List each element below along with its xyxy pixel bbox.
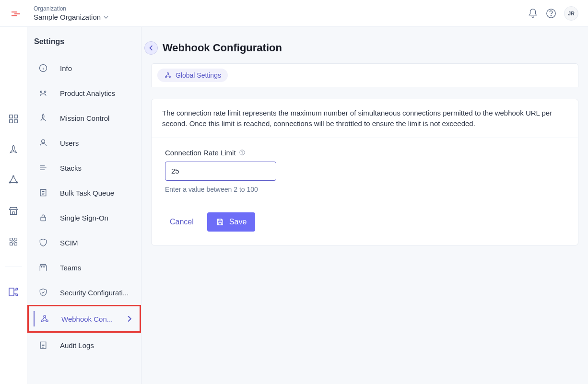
webhook-small-icon (164, 71, 172, 79)
org-block: Organization Sample Organization (34, 5, 108, 21)
sidebar-item-label: Users (60, 139, 134, 147)
help-small-icon[interactable] (239, 149, 246, 156)
chevron-left-icon (148, 45, 154, 51)
sidebar-item-label: Security Configurati... (60, 289, 134, 297)
save-button[interactable]: Save (207, 212, 255, 232)
analytics-icon (38, 88, 48, 98)
sidebar-item-audit-logs[interactable]: Audit Logs (27, 333, 141, 358)
top-header: Organization Sample Organization JR (0, 0, 588, 27)
save-label: Save (229, 218, 247, 226)
sidebar-item-label: Teams (60, 264, 134, 272)
org-name: Sample Organization (34, 13, 101, 21)
sidebar-item-sso[interactable]: Single Sign-On (27, 205, 141, 230)
sidebar-item-security-config[interactable]: Security Configurati... (27, 280, 141, 305)
sidebar-item-users[interactable]: Users (27, 130, 141, 155)
svg-point-23 (165, 76, 167, 78)
svg-point-10 (16, 288, 18, 290)
svg-rect-3 (14, 115, 17, 118)
sidebar-item-label: Mission Control (60, 114, 134, 122)
avatar[interactable]: JR (564, 6, 578, 21)
svg-point-1 (551, 15, 551, 15)
help-text: Enter a value between 2 to 100 (165, 186, 564, 193)
svg-rect-17 (41, 217, 46, 221)
bell-icon[interactable] (528, 8, 538, 19)
sidebar-item-label: Audit Logs (60, 341, 134, 349)
rail-launch-icon[interactable] (8, 144, 19, 155)
icon-rail (0, 27, 27, 384)
sidebar-item-webhook-config[interactable]: Webhook Con... (29, 306, 140, 331)
chevron-right-icon (126, 315, 133, 322)
brand-logo (5, 8, 27, 19)
highlight-box: Webhook Con... (27, 305, 141, 333)
org-selector[interactable]: Sample Organization (34, 13, 108, 21)
sidebar-item-label: Bulk Task Queue (60, 189, 134, 197)
svg-rect-5 (14, 120, 17, 123)
save-icon (216, 218, 224, 226)
chevron-down-icon (104, 15, 108, 20)
rail-market-icon[interactable] (8, 205, 19, 217)
rail-dashboard-icon[interactable] (8, 113, 19, 125)
org-label: Organization (34, 5, 108, 12)
help-icon[interactable] (546, 8, 556, 19)
logo-icon (10, 8, 22, 19)
sidebar-item-bulk-task-queue[interactable]: Bulk Task Queue (27, 180, 141, 205)
rate-limit-input[interactable] (165, 162, 276, 181)
settings-sidebar: Settings Info Product Analytics Mission … (27, 27, 141, 384)
sidebar-item-label: Product Analytics (60, 89, 134, 97)
svg-point-14 (45, 91, 46, 93)
header-actions: JR (528, 6, 578, 21)
description-text: The connection rate limit represents the… (152, 99, 578, 138)
button-row: Cancel Save (165, 212, 564, 232)
sidebar-item-label: SCIM (60, 239, 134, 247)
svg-point-26 (242, 154, 242, 154)
nav-list: Info Product Analytics Mission Control U… (27, 56, 141, 358)
sidebar-item-label: Info (60, 64, 134, 72)
main-content: Webhook Configuration Global Settings Th… (141, 27, 588, 384)
layout: Settings Info Product Analytics Mission … (0, 27, 588, 384)
svg-point-15 (42, 140, 45, 143)
svg-rect-4 (10, 120, 12, 123)
shield-icon (38, 238, 48, 247)
sidebar-item-mission-control[interactable]: Mission Control (27, 105, 141, 130)
shield2-icon (38, 288, 48, 297)
sidebar-item-stacks[interactable]: Stacks (27, 155, 141, 180)
sidebar-item-label: Webhook Con... (61, 315, 115, 323)
field-label: Connection Rate Limit (165, 149, 236, 157)
page-title: Webhook Configuration (163, 42, 282, 54)
logs-icon (38, 340, 48, 350)
cancel-button[interactable]: Cancel (170, 218, 194, 226)
svg-point-11 (16, 294, 18, 296)
page-head: Webhook Configuration (144, 27, 578, 63)
tab-bar: Global Settings (151, 63, 578, 87)
rail-settings-icon[interactable] (8, 286, 19, 298)
stacks-icon (38, 163, 48, 173)
settings-card: The connection rate limit represents the… (151, 99, 578, 245)
lock-icon (38, 213, 48, 222)
sidebar-item-scim[interactable]: SCIM (27, 230, 141, 255)
svg-point-20 (46, 320, 48, 322)
field-label-row: Connection Rate Limit (165, 149, 564, 157)
svg-point-24 (169, 76, 171, 78)
sidebar-item-label: Stacks (60, 164, 134, 172)
back-button[interactable] (144, 41, 158, 55)
rail-separator (5, 267, 22, 267)
svg-rect-2 (10, 115, 12, 118)
queue-icon (38, 188, 48, 198)
sidebar-item-info[interactable]: Info (27, 56, 141, 81)
sidebar-item-product-analytics[interactable]: Product Analytics (27, 81, 141, 105)
rail-puzzle-icon[interactable] (8, 236, 19, 247)
teams-icon (38, 263, 48, 272)
user-icon (38, 138, 48, 148)
svg-rect-9 (9, 288, 14, 296)
svg-point-19 (41, 320, 43, 322)
settings-title: Settings (27, 37, 141, 56)
mission-icon (38, 113, 48, 123)
svg-point-18 (44, 315, 46, 317)
webhook-icon (39, 314, 50, 324)
sidebar-item-teams[interactable]: Teams (27, 255, 141, 280)
sidebar-item-label: Single Sign-On (60, 214, 134, 222)
info-icon (38, 63, 48, 73)
rail-model-icon[interactable] (8, 175, 19, 186)
svg-point-13 (40, 91, 42, 93)
tab-global-settings[interactable]: Global Settings (157, 69, 228, 82)
